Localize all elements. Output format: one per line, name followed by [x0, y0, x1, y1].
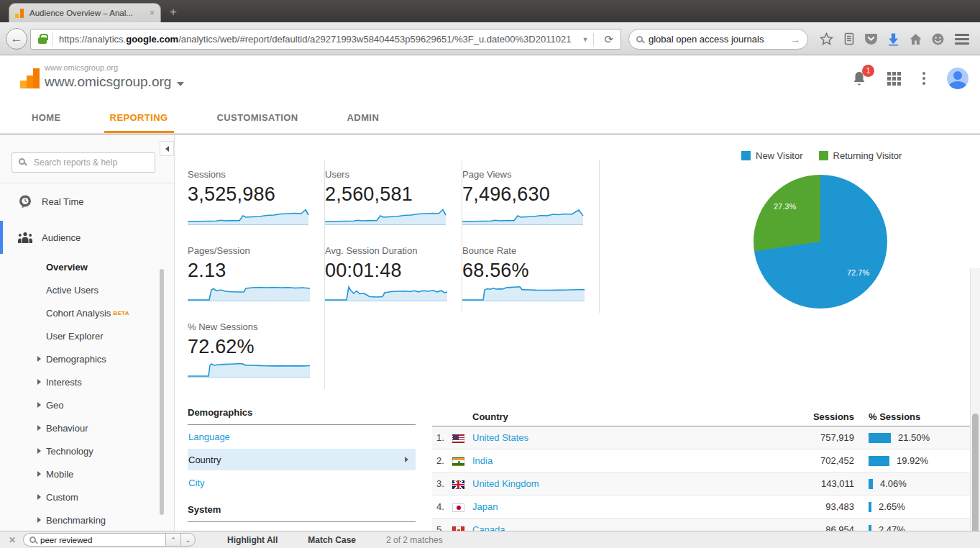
account-name-small: www.omicsgroup.org	[45, 63, 184, 72]
sidebar-item-audience[interactable]: Audience	[0, 219, 174, 255]
notifications-button[interactable]: 1	[851, 70, 869, 87]
menu-icon[interactable]	[955, 34, 969, 45]
sidebar-item-benchmarking[interactable]: Benchmarking	[0, 508, 174, 531]
back-button[interactable]: ←	[6, 28, 27, 50]
sidebar-item-interests[interactable]: Interests	[0, 370, 174, 393]
system-title: System	[188, 504, 416, 522]
sparkline-pageviews	[462, 208, 586, 226]
metric-new-sessions: % New Sessions 72.62%	[188, 313, 325, 389]
pocket-icon[interactable]	[860, 30, 882, 47]
search-input[interactable]	[649, 34, 790, 45]
new-tab-button[interactable]: +	[170, 6, 177, 18]
system-browser-link[interactable]: Browser	[188, 522, 416, 531]
table-row: 1. United States 757,919 21.50%	[432, 426, 970, 449]
us-flag-icon	[452, 434, 464, 443]
notification-badge: 1	[862, 65, 874, 77]
demographics-title: Demographics	[188, 407, 416, 425]
sidebar-item-cohort-analysis[interactable]: Cohort AnalysisBETA	[0, 301, 174, 324]
sidebar-collapse-button[interactable]	[160, 141, 174, 156]
sidebar-item-overview[interactable]: Overview	[0, 255, 174, 278]
search-go-icon[interactable]: →	[790, 34, 800, 45]
more-options-icon[interactable]	[920, 72, 928, 85]
account-name-large: www.omicsgroup.org	[45, 74, 171, 89]
expand-arrow-icon	[37, 494, 41, 500]
main-report: Sessions 3,525,986 Users 2,560,581 Page …	[175, 134, 970, 531]
table-row: 4. Japan 93,483 2.65%	[432, 496, 970, 519]
page-scrollbar[interactable]	[970, 268, 980, 548]
url-bar[interactable]: https://analytics.google.com/analytics/w…	[30, 29, 621, 50]
sidebar-search-input[interactable]	[12, 152, 155, 173]
find-field[interactable]	[23, 533, 165, 547]
pct-bar	[869, 479, 873, 489]
avatar[interactable]	[947, 68, 968, 89]
table-row: 3. United Kingdom 143,011 4.06%	[432, 472, 970, 496]
country-link[interactable]: United Kingdom	[472, 478, 768, 489]
sidebar-scrollbar[interactable]	[160, 269, 164, 515]
tab-home[interactable]: HOME	[26, 101, 67, 133]
bookmark-star-icon[interactable]	[815, 30, 838, 47]
sidebar-item-geo[interactable]: Geo	[0, 393, 174, 416]
realtime-icon	[17, 194, 33, 209]
demographics-city-link[interactable]: City	[188, 471, 416, 494]
metric-pageviews: Page Views 7,496,630	[462, 160, 600, 237]
sidebar: Real Time Audience Overview Active Users…	[0, 134, 175, 531]
apps-grid-icon[interactable]	[887, 72, 901, 86]
pie-chart[interactable]: 72.7% 27.3%	[754, 175, 887, 309]
feedback-smiley-icon[interactable]	[927, 30, 949, 47]
country-link[interactable]: United States	[472, 432, 768, 443]
tab-close-icon[interactable]: ×	[150, 8, 155, 18]
account-selector[interactable]: www.omicsgroup.org www.omicsgroup.org	[45, 63, 184, 90]
pct-bar	[869, 433, 891, 443]
find-input[interactable]	[40, 536, 161, 544]
match-case-button[interactable]: Match Case	[308, 535, 356, 545]
country-link[interactable]: Japan	[472, 501, 768, 512]
tab-reporting[interactable]: REPORTING	[104, 101, 174, 133]
expand-arrow-icon	[37, 517, 41, 523]
demographics-country-selected[interactable]: Country	[188, 449, 416, 470]
sidebar-item-user-explorer[interactable]: User Explorer	[0, 324, 174, 347]
sidebar-item-demographics[interactable]: Demographics	[0, 347, 174, 370]
country-link[interactable]: Canada	[472, 524, 768, 531]
pct-bar	[869, 525, 871, 531]
country-table-header: Country Sessions % Sessions	[432, 407, 970, 426]
find-previous-button[interactable]: ⌃	[165, 533, 180, 547]
account-caret-icon[interactable]	[177, 82, 184, 86]
reload-icon[interactable]: ⟳	[604, 33, 613, 46]
country-arrow-icon	[405, 457, 408, 462]
country-link[interactable]: India	[472, 455, 768, 466]
find-bar: ✕ ⌃ ⌄ Highlight All Match Case 2 of 2 ma…	[0, 531, 980, 548]
findbar-close-icon[interactable]: ✕	[9, 535, 16, 545]
sparkline-sessions	[188, 208, 311, 226]
sparkline-users	[325, 208, 449, 226]
download-icon[interactable]	[882, 30, 905, 47]
tab-customisation[interactable]: CUSTOMISATION	[211, 101, 304, 133]
find-next-button[interactable]: ⌄	[180, 533, 196, 547]
demographics-panel: Demographics Language Country City Syste…	[188, 407, 416, 531]
scrollbar-thumb[interactable]	[972, 414, 979, 548]
pct-bar	[869, 502, 871, 512]
table-row: 2. India 702,452 19.92%	[432, 449, 970, 472]
legend-swatch-returning	[819, 151, 828, 160]
metric-bounce-rate: Bounce Rate 68.56%	[462, 237, 600, 313]
sidebar-item-technology[interactable]: Technology	[0, 439, 174, 462]
sidebar-item-active-users[interactable]: Active Users	[0, 278, 174, 301]
browser-search-field[interactable]: →	[628, 29, 808, 50]
sidebar-item-real-time[interactable]: Real Time	[0, 183, 174, 219]
legend-returning-visitor: Returning Visitor	[819, 150, 902, 161]
sidebar-item-mobile[interactable]: Mobile	[0, 462, 174, 485]
highlight-all-button[interactable]: Highlight All	[227, 535, 278, 545]
firefox-window: Audience Overview – Anal... × + ← https:…	[0, 0, 980, 548]
metric-session-duration: Avg. Session Duration 00:01:48	[325, 237, 462, 313]
beta-badge: BETA	[113, 310, 129, 316]
urlbar-dropdown-icon[interactable]: ▼	[582, 36, 589, 43]
demographics-language-link[interactable]: Language	[188, 425, 416, 448]
tab-admin[interactable]: ADMIN	[342, 101, 385, 133]
reading-list-icon[interactable]	[838, 30, 860, 47]
sidebar-item-custom[interactable]: Custom	[0, 485, 174, 508]
browser-tab[interactable]: Audience Overview – Anal... ×	[9, 3, 161, 22]
expand-arrow-icon	[37, 402, 41, 408]
home-icon[interactable]	[905, 30, 927, 47]
pct-bar	[869, 456, 889, 466]
pie-label-new: 72.7%	[847, 268, 869, 277]
sidebar-item-behaviour[interactable]: Behaviour	[0, 416, 174, 439]
